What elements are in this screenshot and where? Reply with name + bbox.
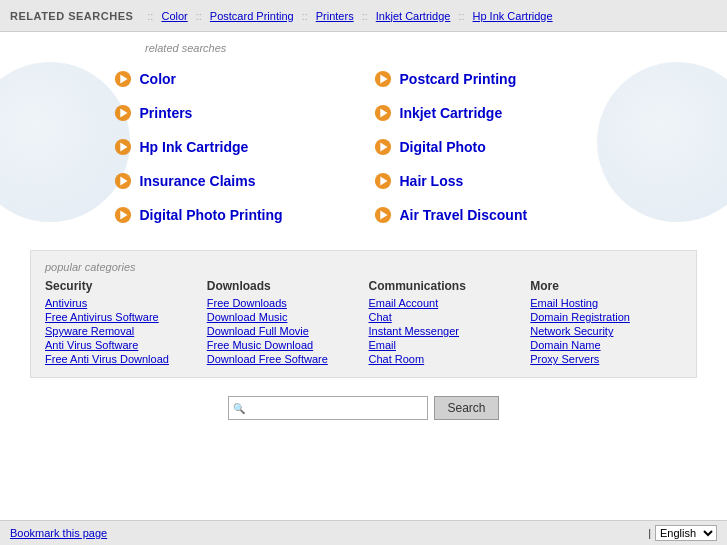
cat-link[interactable]: Domain Registration — [530, 311, 682, 323]
cat-link[interactable]: Download Music — [207, 311, 359, 323]
cat-link[interactable]: Email Account — [369, 297, 521, 309]
list-item: Postcard Printing — [364, 62, 624, 96]
cat-link[interactable]: Free Antivirus Software — [45, 311, 197, 323]
topbar-link-printers[interactable]: Printers — [316, 10, 354, 22]
topbar-link-inkjet[interactable]: Inkjet Cartridge — [376, 10, 451, 22]
arrow-icon — [374, 104, 392, 122]
category-header-more: More — [530, 279, 682, 293]
arrow-icon — [374, 138, 392, 156]
arrow-icon — [374, 70, 392, 88]
cat-link[interactable]: Network Security — [530, 325, 682, 337]
related-section-title: related searches — [145, 42, 727, 54]
related-link-postcard[interactable]: Postcard Printing — [400, 71, 517, 87]
links-grid: Color Postcard Printing Printers — [84, 62, 644, 232]
categories-grid: Security Antivirus Free Antivirus Softwa… — [45, 279, 682, 367]
arrow-icon — [374, 206, 392, 224]
related-link-hair-loss[interactable]: Hair Loss — [400, 173, 464, 189]
related-searches-bar: RELATED SEARCHES :: Color :: Postcard Pr… — [0, 0, 727, 32]
separator-3: :: — [302, 10, 308, 22]
cat-link[interactable]: Email Hosting — [530, 297, 682, 309]
cat-link[interactable]: Domain Name — [530, 339, 682, 351]
popular-categories-section: popular categories Security Antivirus Fr… — [30, 250, 697, 378]
related-link-digital-photo[interactable]: Digital Photo — [400, 139, 486, 155]
cat-link[interactable]: Chat Room — [369, 353, 521, 365]
cat-link[interactable]: Anti Virus Software — [45, 339, 197, 351]
cat-link[interactable]: Instant Messenger — [369, 325, 521, 337]
bookmark-link[interactable]: Bookmark this page — [10, 527, 107, 539]
related-link-hpink[interactable]: Hp Ink Cartridge — [140, 139, 249, 155]
search-input-wrap — [228, 396, 428, 420]
category-security: Security Antivirus Free Antivirus Softwa… — [45, 279, 197, 367]
cat-link[interactable]: Chat — [369, 311, 521, 323]
arrow-icon — [114, 138, 132, 156]
arrow-icon — [374, 172, 392, 190]
cat-link[interactable]: Free Downloads — [207, 297, 359, 309]
topbar-link-color[interactable]: Color — [161, 10, 187, 22]
main-content: related searches Color Postcard Printing — [0, 32, 727, 520]
cat-link[interactable]: Free Music Download — [207, 339, 359, 351]
related-link-color[interactable]: Color — [140, 71, 177, 87]
related-searches-label: RELATED SEARCHES — [10, 10, 133, 22]
bottom-bar: Bookmark this page | English Spanish Fre… — [0, 520, 727, 545]
category-header-downloads: Downloads — [207, 279, 359, 293]
arrow-icon — [114, 104, 132, 122]
language-selector[interactable]: | English Spanish French German — [648, 525, 717, 541]
related-link-inkjet[interactable]: Inkjet Cartridge — [400, 105, 503, 121]
search-bar: Search — [0, 386, 727, 426]
list-item: Inkjet Cartridge — [364, 96, 624, 130]
pipe-separator: | — [648, 527, 651, 539]
separator-5: :: — [458, 10, 464, 22]
search-input[interactable] — [228, 396, 428, 420]
separator-4: :: — [362, 10, 368, 22]
popular-section-title: popular categories — [45, 261, 682, 273]
category-more: More Email Hosting Domain Registration N… — [530, 279, 682, 367]
cat-link[interactable]: Email — [369, 339, 521, 351]
topbar-link-postcard[interactable]: Postcard Printing — [210, 10, 294, 22]
category-communications: Communications Email Account Chat Instan… — [369, 279, 521, 367]
search-button[interactable]: Search — [434, 396, 498, 420]
list-item: Air Travel Discount — [364, 198, 624, 232]
category-downloads: Downloads Free Downloads Download Music … — [207, 279, 359, 367]
arrow-icon — [114, 172, 132, 190]
list-item: Color — [104, 62, 364, 96]
category-header-security: Security — [45, 279, 197, 293]
topbar-link-hpink[interactable]: Hp Ink Cartridge — [473, 10, 553, 22]
category-header-communications: Communications — [369, 279, 521, 293]
cat-link[interactable]: Spyware Removal — [45, 325, 197, 337]
cat-link[interactable]: Download Full Movie — [207, 325, 359, 337]
related-link-digital-printing[interactable]: Digital Photo Printing — [140, 207, 283, 223]
list-item: Digital Photo — [364, 130, 624, 164]
arrow-icon — [114, 70, 132, 88]
related-section: related searches Color Postcard Printing — [0, 32, 727, 242]
cat-link[interactable]: Proxy Servers — [530, 353, 682, 365]
list-item: Insurance Claims — [104, 164, 364, 198]
list-item: Digital Photo Printing — [104, 198, 364, 232]
related-link-printers[interactable]: Printers — [140, 105, 193, 121]
cat-link[interactable]: Free Anti Virus Download — [45, 353, 197, 365]
list-item: Printers — [104, 96, 364, 130]
separator-1: :: — [147, 10, 153, 22]
cat-link[interactable]: Download Free Software — [207, 353, 359, 365]
related-link-air-travel[interactable]: Air Travel Discount — [400, 207, 528, 223]
separator-2: :: — [196, 10, 202, 22]
arrow-icon — [114, 206, 132, 224]
list-item: Hair Loss — [364, 164, 624, 198]
list-item: Hp Ink Cartridge — [104, 130, 364, 164]
language-dropdown[interactable]: English Spanish French German — [655, 525, 717, 541]
cat-link[interactable]: Antivirus — [45, 297, 197, 309]
related-link-insurance[interactable]: Insurance Claims — [140, 173, 256, 189]
